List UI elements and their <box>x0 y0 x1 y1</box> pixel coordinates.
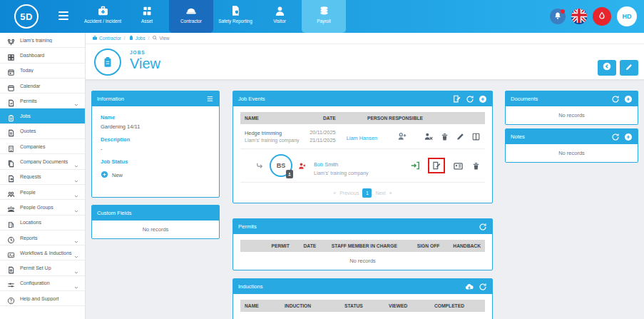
sidebar-item-help-and-support[interactable]: Help and Support <box>0 291 85 306</box>
delete-icon[interactable] <box>471 161 481 171</box>
sidebar-nav: Liam's training Dashboard Today Calendar… <box>0 33 86 319</box>
sidebar-item-permits[interactable]: Permits <box>0 93 85 108</box>
search-icon <box>152 35 158 41</box>
sidebar-item-people[interactable]: People <box>0 185 85 200</box>
field-value-name: Gardening 14/11 <box>101 123 210 130</box>
breadcrumb-contractor[interactable]: Contractor <box>92 35 121 41</box>
notes-empty: No records <box>506 144 638 162</box>
first-aid-kit-icon <box>97 4 109 17</box>
sidebar-item-configuration[interactable]: Configuration <box>0 276 85 291</box>
sign-in-icon[interactable] <box>410 161 420 171</box>
add-icon[interactable] <box>624 95 633 103</box>
page-title: View <box>130 56 160 72</box>
page-number[interactable]: 1 <box>362 188 372 198</box>
sliders-icon <box>7 279 15 287</box>
chevron-down-icon <box>73 189 79 195</box>
add-icon[interactable] <box>624 133 633 141</box>
person-avatar[interactable]: BS <box>270 154 292 177</box>
panel-title: Job Events <box>238 96 265 102</box>
prev-arrow[interactable]: « <box>333 191 336 196</box>
sidebar-item-calendar[interactable]: Calendar <box>0 79 85 93</box>
person-initials: BS <box>277 162 286 169</box>
edit-document-icon[interactable] <box>452 94 461 103</box>
chevron-down-icon <box>73 204 79 210</box>
breadcrumb-jobs[interactable]: Jobs <box>128 35 145 41</box>
next-button[interactable]: Next <box>375 191 385 196</box>
notifications-button[interactable] <box>550 9 566 24</box>
sidebar-item-people-groups[interactable]: People Groups <box>0 200 85 215</box>
breadcrumb-view[interactable]: View <box>152 35 169 41</box>
panel-title: Permits <box>238 223 257 230</box>
add-icon[interactable] <box>479 95 487 103</box>
refresh-icon[interactable] <box>479 223 487 231</box>
refresh-icon[interactable] <box>479 283 487 291</box>
remove-person-icon[interactable] <box>424 131 434 141</box>
nav-safety-reporting[interactable]: Safety Reporting <box>213 0 257 33</box>
person-responsible-link[interactable]: Liam Hansen <box>347 135 378 141</box>
sidebar-item-workflows-inductions[interactable]: Workflows & Inductions <box>0 245 85 260</box>
breadcrumb: Contractor / Jobs / View <box>86 33 644 44</box>
job-event-row: Hedge trimming Liam's' training company … <box>240 124 485 149</box>
person-company: Liam's' training company <box>314 171 369 176</box>
sidebar-item-permit-set-up[interactable]: Permit Set Up <box>0 260 85 275</box>
sidebar-item-company-documents[interactable]: Company Documents <box>0 154 85 169</box>
nav-asset[interactable]: Asset <box>125 0 169 33</box>
permit-document-icon <box>7 97 15 105</box>
hard-hat-icon <box>185 4 198 17</box>
edit-pencil-icon[interactable] <box>456 132 465 141</box>
next-arrow[interactable]: » <box>389 191 392 196</box>
permits-panel: Permits PERMIT DATE STAFF MEMBER IN CHAR… <box>232 218 493 270</box>
sidebar-item-dashboard[interactable]: Dashboard <box>0 48 85 63</box>
list-icon[interactable] <box>206 95 214 103</box>
sidebar-item-companies[interactable]: Companies <box>0 139 85 154</box>
nav-label: Safety Reporting <box>218 19 252 24</box>
job-events-panel: Job Events NAME DATE PERSON RESPONSIBLE … <box>232 91 493 203</box>
chevron-down-icon <box>73 265 79 271</box>
sidebar-item-reports[interactable]: Reports <box>0 231 85 245</box>
user-avatar[interactable]: HD <box>617 6 637 26</box>
previous-button[interactable]: Previous <box>339 191 359 196</box>
refresh-icon[interactable] <box>466 95 474 103</box>
calendar-icon <box>7 82 15 90</box>
sidebar-item-jobs[interactable]: Jobs <box>0 108 85 123</box>
panel-title: Custom Fields <box>97 210 132 216</box>
refresh-icon[interactable] <box>611 95 620 103</box>
panel-title: Information <box>97 96 124 102</box>
id-card-icon[interactable] <box>453 161 464 171</box>
delete-icon[interactable] <box>440 132 449 141</box>
brand-logo[interactable]: 5D <box>14 4 39 29</box>
person-name-link[interactable]: Bob Smith <box>314 161 338 168</box>
back-button[interactable] <box>598 60 616 76</box>
status-badge: New <box>112 172 123 178</box>
nav-contractor[interactable]: Contractor <box>169 0 213 33</box>
language-flag-button[interactable] <box>571 9 587 24</box>
chevron-down-icon <box>73 98 79 103</box>
sidebar-item-locations[interactable]: Locations <box>0 216 85 231</box>
nav-payroll[interactable]: Payroll <box>302 0 346 33</box>
sidebar-item-quotes[interactable]: Quotes <box>0 124 85 139</box>
field-label-description: Description <box>101 136 210 143</box>
cloud-download-icon[interactable] <box>464 282 474 292</box>
location-building-icon <box>7 218 15 226</box>
sidebar-item-liams-training[interactable]: Liam's training <box>0 33 85 48</box>
sidebar-item-requests[interactable]: Requests <box>0 170 85 185</box>
refresh-icon[interactable] <box>611 133 620 141</box>
add-person-icon[interactable] <box>397 131 407 141</box>
sign-off-document-icon[interactable] <box>431 161 441 171</box>
edit-button[interactable] <box>620 60 638 76</box>
person-alert-icon[interactable] <box>297 161 307 171</box>
panel-title: Documents <box>511 96 538 102</box>
nav-visitor[interactable]: Visitor <box>257 0 302 33</box>
panel-title: Inductions <box>238 283 263 290</box>
menu-toggle-icon[interactable] <box>58 11 68 22</box>
status-plus-icon[interactable] <box>101 168 108 181</box>
sidebar-item-today[interactable]: Today <box>0 64 85 79</box>
card-columns-icon[interactable] <box>471 132 481 141</box>
sitemap-icon <box>7 36 15 44</box>
permits-table-header: PERMIT DATE STAFF MEMBER IN CHARGE SIGN … <box>240 240 485 252</box>
today-calendar-icon <box>7 66 15 74</box>
alert-button[interactable] <box>593 7 611 26</box>
nav-accident-incident[interactable]: Accident / Incident <box>81 0 125 33</box>
event-name: Hedge trimming <box>245 130 310 136</box>
information-panel: Information Name Gardening 14/11 Descrip… <box>91 91 220 198</box>
